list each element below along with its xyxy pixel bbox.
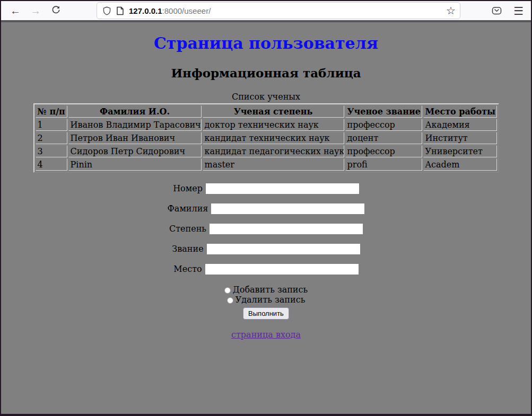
table-header-row: № п/п Фамилия И.О. Ученая степень Ученое… [36, 105, 497, 118]
table-cell: кандидат технических наук [203, 132, 344, 144]
pocket-icon[interactable] [492, 6, 502, 15]
table-cell: 3 [36, 145, 67, 157]
record-form: Номер Фамилия Степень Звание Место Добав… [1, 183, 531, 320]
table-cell: 2 [36, 132, 67, 144]
column-header: Место работы [423, 105, 497, 118]
menu-icon[interactable]: ☰ [513, 5, 524, 16]
table-cell: 4 [36, 158, 67, 171]
table-cell: Петров Иван Иванович [68, 132, 202, 144]
column-header: Фамилия И.О. [68, 105, 202, 118]
table-row: 3 Сидоров Петр Сидорович кандидат педаго… [36, 145, 497, 157]
back-button[interactable]: ← [7, 3, 23, 19]
table-cell: доктор технических наук [203, 119, 344, 131]
delete-record-radio[interactable] [227, 297, 233, 304]
toolbar-right-icons: ☰ [492, 5, 527, 16]
back-icon: ← [10, 5, 21, 17]
table-caption: Список ученых [1, 92, 531, 102]
page-content: Страница пользователя Информационная таб… [1, 22, 531, 414]
url-domain: 127.0.0.1 [129, 6, 162, 15]
degree-label: Степень [169, 224, 206, 234]
login-link-wrap: страница входа [1, 330, 531, 340]
table-cell: профессор [345, 145, 422, 157]
page-subtitle: Информационная таблица [1, 66, 531, 80]
table-cell: профессор [345, 119, 422, 131]
table-cell: Институт [423, 132, 497, 144]
scientists-table: № п/п Фамилия И.О. Ученая степень Ученое… [33, 103, 499, 173]
reload-icon [51, 5, 60, 17]
page-info-icon[interactable] [116, 6, 124, 15]
reload-button[interactable] [48, 3, 64, 19]
shield-icon[interactable] [102, 6, 111, 15]
table-cell: Сидоров Петр Сидорович [68, 145, 202, 157]
forward-button[interactable]: → [28, 3, 43, 19]
rank-input[interactable] [207, 244, 360, 254]
table-cell: Pinin [68, 158, 202, 171]
degree-input[interactable] [210, 224, 363, 234]
column-header: Ученая степень [203, 105, 344, 118]
page-title: Страница пользователя [1, 34, 531, 52]
table-cell: master [203, 158, 344, 171]
form-row-rank: Звание [1, 243, 531, 254]
surname-label: Фамилия [168, 203, 208, 214]
place-input[interactable] [205, 264, 359, 275]
url-bar[interactable]: 127.0.0.1:8000/useeer/ ☆ [97, 2, 460, 19]
place-label: Место [173, 264, 202, 274]
action-radio-group: Добавить запись Удалить запись [1, 285, 531, 305]
table-row: 1 Иванов Владимир Тарасович доктор техни… [36, 119, 497, 131]
column-header: Ученое звание [345, 105, 422, 118]
execute-button[interactable]: Выполнить [243, 307, 289, 320]
login-page-link[interactable]: страница входа [231, 330, 301, 340]
form-row-place: Место [1, 263, 531, 274]
table-cell: доцент [345, 132, 422, 144]
table-row: 2 Петров Иван Иванович кандидат техничес… [36, 132, 497, 144]
table-cell: Иванов Владимир Тарасович [68, 119, 202, 131]
url-text: 127.0.0.1:8000/useeer/ [129, 6, 442, 15]
number-input[interactable] [206, 183, 359, 194]
forward-icon: → [30, 5, 41, 17]
radio-line-delete: Удалить запись [1, 295, 531, 305]
form-row-degree: Степень [1, 223, 531, 234]
table-cell: кандидат педагогических наук [203, 145, 344, 157]
table-cell: Academ [423, 158, 497, 171]
rank-label: Звание [172, 244, 203, 254]
table-cell: Академия [423, 119, 497, 131]
number-label: Номер [173, 183, 203, 193]
form-row-number: Номер [1, 183, 531, 193]
browser-toolbar: ← → 12 [1, 1, 531, 22]
radio-line-add: Добавить запись [1, 285, 531, 295]
table-cell: profi [345, 158, 422, 171]
add-record-radio[interactable] [224, 287, 231, 294]
delete-record-label: Удалить запись [236, 295, 306, 305]
url-path: :8000/useeer/ [162, 6, 211, 15]
add-record-label: Добавить запись [233, 285, 308, 295]
table-cell: 1 [36, 119, 67, 131]
table-row: 4 Pinin master profi Academ [36, 158, 497, 171]
column-header: № п/п [36, 105, 67, 118]
surname-input[interactable] [211, 203, 364, 214]
table-cell: Университет [423, 145, 497, 157]
browser-window: ← → 12 [0, 0, 532, 416]
bookmark-star-icon[interactable]: ☆ [446, 5, 456, 16]
form-row-surname: Фамилия [1, 203, 531, 214]
